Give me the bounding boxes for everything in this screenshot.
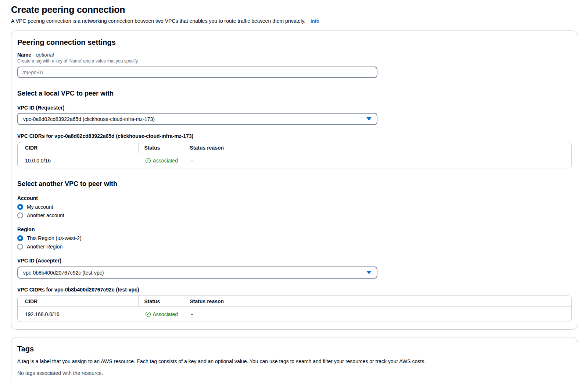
- radio-unselected-icon[interactable]: [17, 212, 23, 218]
- other-vpc-heading: Select another VPC to peer with: [17, 180, 572, 188]
- status-text: Associated: [153, 158, 178, 164]
- name-input[interactable]: [17, 67, 377, 78]
- region-group-label: Region: [17, 226, 572, 232]
- page: Create peering connection A VPC peering …: [0, 0, 588, 383]
- accepter-cidr-table: CIDR Status Status reason 192.168.0.0/16…: [17, 296, 572, 322]
- status-reason-value: -: [184, 307, 571, 320]
- status-badge: ✓ Associated: [146, 311, 178, 317]
- col-header-status-reason: Status reason: [184, 142, 571, 153]
- check-circle-icon: ✓: [146, 312, 151, 317]
- accepter-vpc-select[interactable]: vpc-0b8b400d20767c92c (test-vpc): [17, 266, 377, 279]
- page-description-text: A VPC peering connection is a networking…: [11, 18, 305, 24]
- radio-selected-icon[interactable]: [17, 235, 23, 241]
- requester-cidr-table: CIDR Status Status reason 10.0.0.0/16 ✓ …: [17, 142, 572, 168]
- table-row: 10.0.0.0/16 ✓ Associated -: [18, 153, 571, 166]
- status-reason-value: -: [184, 153, 571, 166]
- requester-vpc-selected-value: vpc-0a8d02cd83922a65d (clickhouse-cloud-…: [23, 116, 155, 122]
- col-header-status: Status: [138, 142, 184, 153]
- name-label-text: Name: [17, 52, 31, 58]
- col-header-cidr: CIDR: [18, 142, 138, 153]
- radio-this-region-label: This Region (us-west-2): [27, 235, 82, 241]
- check-circle-icon: ✓: [146, 158, 151, 163]
- radio-my-account[interactable]: My account: [17, 204, 572, 210]
- caret-down-icon: [366, 117, 372, 121]
- cidr-value: 192.168.0.0/16: [18, 307, 138, 320]
- caret-down-icon: [366, 271, 372, 274]
- table-header-row: CIDR Status Status reason: [18, 142, 571, 153]
- radio-my-account-label: My account: [27, 204, 53, 210]
- name-field-help: Create a tag with a key of 'Name' and a …: [17, 58, 572, 64]
- page-description: A VPC peering connection is a networking…: [11, 18, 578, 24]
- radio-another-account-label: Another account: [27, 212, 64, 218]
- page-title: Create peering connection: [11, 4, 578, 15]
- peering-settings-card: Peering connection settings Name - optio…: [11, 31, 578, 330]
- col-header-status: Status: [138, 296, 184, 307]
- info-link[interactable]: Info: [311, 18, 319, 24]
- radio-another-account[interactable]: Another account: [17, 212, 572, 218]
- status-text: Associated: [153, 311, 178, 317]
- accepter-vpc-selected-value: vpc-0b8b400d20767c92c (test-vpc): [23, 270, 104, 276]
- radio-selected-icon[interactable]: [17, 204, 23, 210]
- radio-another-region[interactable]: Another Region: [17, 244, 572, 250]
- accepter-vpc-label: VPC ID (Accepter): [17, 258, 572, 264]
- name-optional-suffix: - optional: [33, 52, 54, 58]
- table-header-row: CIDR Status Status reason: [18, 296, 571, 307]
- col-header-cidr: CIDR: [18, 296, 138, 307]
- table-row: 192.168.0.0/16 ✓ Associated -: [18, 307, 571, 320]
- requester-cidr-table-title: VPC CIDRs for vpc-0a8d02cd83922a65d (cli…: [17, 133, 572, 139]
- radio-unselected-icon[interactable]: [17, 244, 23, 250]
- radio-another-region-label: Another Region: [27, 244, 62, 250]
- account-group-label: Account: [17, 195, 572, 201]
- tags-title: Tags: [17, 345, 572, 353]
- status-badge: ✓ Associated: [146, 158, 178, 164]
- cidr-value: 10.0.0.0/16: [18, 153, 138, 166]
- requester-vpc-select[interactable]: vpc-0a8d02cd83922a65d (clickhouse-cloud-…: [17, 113, 377, 125]
- tags-card: Tags A tag is a label that you assign to…: [11, 337, 578, 383]
- col-header-status-reason: Status reason: [184, 296, 571, 307]
- requester-vpc-label: VPC ID (Requester): [17, 105, 572, 111]
- tags-empty-text: No tags associated with the resource.: [17, 370, 572, 376]
- peering-settings-title: Peering connection settings: [17, 38, 572, 47]
- tags-description: A tag is a label that you assign to an A…: [17, 358, 572, 364]
- radio-this-region[interactable]: This Region (us-west-2): [17, 235, 572, 241]
- name-field-label: Name - optional: [17, 52, 572, 58]
- local-vpc-heading: Select a local VPC to peer with: [17, 90, 572, 97]
- accepter-cidr-table-title: VPC CIDRs for vpc-0b8b400d20767c92c (tes…: [17, 287, 572, 293]
